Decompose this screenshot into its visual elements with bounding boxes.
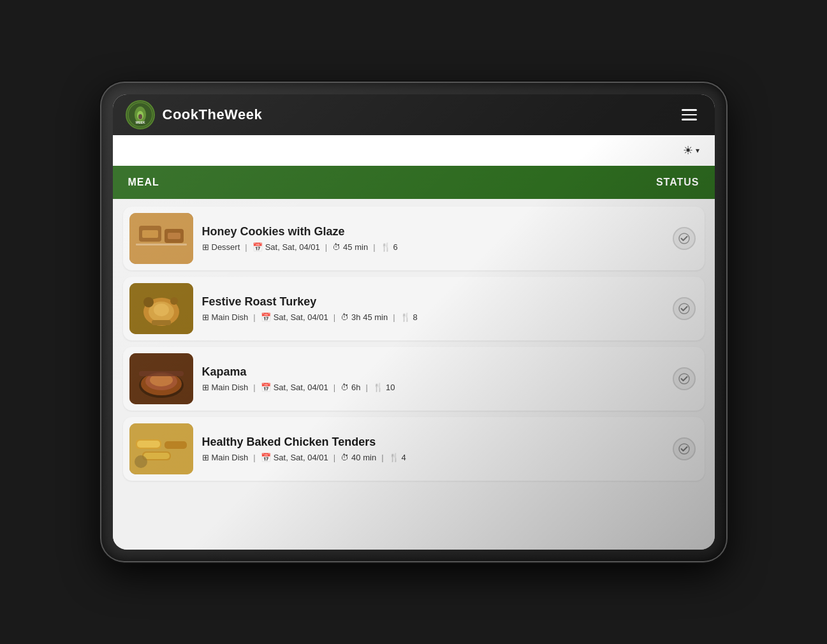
meal-category: ⊞ Dessert — [202, 242, 240, 252]
svg-point-15 — [154, 304, 169, 316]
status-check-button[interactable] — [673, 437, 696, 460]
svg-rect-25 — [139, 371, 184, 376]
calendar-icon: 📅 — [261, 312, 271, 322]
meal-date: 📅 Sat, Sat, 04/01 — [261, 312, 328, 322]
meal-date: 📅 Sat, Sat, 04/01 — [261, 453, 328, 462]
svg-rect-16 — [152, 320, 171, 325]
servings-icon: 🍴 — [373, 383, 383, 392]
clock-icon: ⏱ — [332, 242, 340, 252]
svg-rect-9 — [168, 233, 180, 239]
svg-point-26 — [679, 374, 689, 384]
svg-point-33 — [135, 455, 147, 468]
calendar-icon: 📅 — [261, 383, 271, 392]
meal-servings: 🍴 6 — [381, 242, 398, 252]
layers-icon: ⊞ — [202, 383, 209, 392]
meal-date: 📅 Sat, Sat, 04/01 — [252, 242, 320, 252]
separator-2: | — [333, 453, 335, 462]
column-status-label: STATUS — [656, 177, 699, 188]
logo-area: WEEK CookTheWeek — [126, 100, 263, 129]
separator-3: | — [366, 383, 368, 392]
meal-name: Kapama — [202, 365, 664, 379]
meal-name: Festive Roast Turkey — [202, 295, 664, 309]
meal-servings: 🍴 4 — [389, 453, 406, 462]
meal-info: Festive Roast Turkey ⊞ Main Dish | 📅 Sat… — [202, 295, 664, 322]
meal-category: ⊞ Main Dish — [202, 453, 249, 462]
meal-time: ⏱ 45 min — [332, 242, 368, 252]
meal-info: Kapama ⊞ Main Dish | 📅 Sat, Sat, 04/01 |… — [202, 365, 664, 392]
meal-name: Honey Cookies with Glaze — [202, 225, 664, 238]
layers-icon: ⊞ — [202, 312, 209, 322]
calendar-icon: 📅 — [261, 453, 271, 462]
screen: WEEK CookTheWeek ☀ ▾ MEAL STATUS — [113, 94, 715, 550]
svg-point-17 — [143, 297, 154, 307]
svg-rect-7 — [142, 230, 158, 238]
meal-image — [129, 283, 193, 334]
meal-time: ⏱ 40 min — [340, 453, 376, 462]
status-check-button[interactable] — [673, 297, 696, 320]
separator-3: | — [373, 242, 375, 252]
meal-category: ⊞ Main Dish — [202, 312, 249, 322]
meal-meta: ⊞ Main Dish | 📅 Sat, Sat, 04/01 | ⏱ 40 m… — [202, 453, 664, 462]
meal-category: ⊞ Main Dish — [202, 383, 249, 392]
calendar-icon: 📅 — [252, 242, 263, 252]
theme-button[interactable]: ☀ ▾ — [678, 141, 705, 160]
chevron-down-icon: ▾ — [696, 146, 699, 155]
svg-rect-10 — [136, 244, 187, 245]
meal-servings: 🍴 10 — [373, 383, 395, 392]
separator-2: | — [333, 312, 335, 322]
svg-point-19 — [679, 304, 689, 314]
meal-image — [129, 213, 193, 264]
clock-icon: ⏱ — [340, 453, 349, 462]
meal-meta: ⊞ Main Dish | 📅 Sat, Sat, 04/01 | ⏱ 6h |… — [202, 383, 664, 392]
svg-rect-32 — [165, 441, 187, 449]
menu-button[interactable] — [677, 104, 702, 126]
layers-icon: ⊞ — [202, 453, 209, 462]
status-check-button[interactable] — [673, 227, 696, 250]
meal-info: Honey Cookies with Glaze ⊞ Dessert | 📅 S… — [202, 225, 664, 252]
meal-card[interactable]: Honey Cookies with Glaze ⊞ Dessert | 📅 S… — [123, 207, 705, 270]
status-check-button[interactable] — [673, 367, 696, 390]
meal-card[interactable]: Festive Roast Turkey ⊞ Main Dish | 📅 Sat… — [123, 277, 705, 340]
meal-card[interactable]: Kapama ⊞ Main Dish | 📅 Sat, Sat, 04/01 |… — [123, 347, 705, 411]
separator-3: | — [393, 312, 395, 322]
meal-card[interactable]: Healthy Baked Chicken Tenders ⊞ Main Dis… — [123, 417, 705, 481]
separator-3: | — [381, 453, 383, 462]
meal-date: 📅 Sat, Sat, 04/01 — [261, 383, 328, 392]
svg-rect-31 — [143, 453, 170, 459]
device-frame: WEEK CookTheWeek ☀ ▾ MEAL STATUS — [101, 83, 726, 561]
svg-rect-29 — [137, 441, 160, 448]
clock-icon: ⏱ — [340, 383, 349, 392]
meal-name: Healthy Baked Chicken Tenders — [202, 435, 664, 449]
theme-icon: ☀ — [683, 143, 693, 157]
toolbar: ☀ ▾ — [113, 135, 715, 166]
meals-list: Honey Cookies with Glaze ⊞ Dessert | 📅 S… — [113, 199, 715, 550]
separator-2: | — [333, 383, 335, 392]
svg-point-3 — [138, 114, 142, 119]
app-title: CookTheWeek — [163, 106, 263, 123]
meal-time: ⏱ 6h — [340, 383, 360, 392]
clock-icon: ⏱ — [340, 312, 349, 322]
svg-point-34 — [679, 444, 689, 454]
column-meal-label: MEAL — [128, 177, 159, 188]
app-header: WEEK CookTheWeek — [113, 94, 715, 135]
servings-icon: 🍴 — [400, 312, 411, 322]
meal-servings: 🍴 8 — [400, 312, 418, 322]
separator-1: | — [253, 312, 255, 322]
app-logo: WEEK — [126, 100, 155, 129]
servings-icon: 🍴 — [381, 242, 391, 252]
layers-icon: ⊞ — [202, 242, 209, 252]
separator-1: | — [253, 383, 255, 392]
meal-meta: ⊞ Main Dish | 📅 Sat, Sat, 04/01 | ⏱ 3h 4… — [202, 312, 664, 322]
meal-time: ⏱ 3h 45 min — [340, 312, 388, 322]
servings-icon: 🍴 — [389, 453, 399, 462]
svg-point-11 — [679, 233, 689, 244]
separator-1: | — [245, 242, 247, 252]
meal-image — [129, 353, 193, 404]
separator-2: | — [325, 242, 327, 252]
svg-text:WEEK: WEEK — [135, 121, 145, 124]
separator-1: | — [253, 453, 255, 462]
svg-point-18 — [170, 297, 178, 305]
meal-meta: ⊞ Dessert | 📅 Sat, Sat, 04/01 | ⏱ 45 min… — [202, 242, 664, 252]
meal-image — [129, 423, 193, 474]
table-header: MEAL STATUS — [113, 166, 715, 199]
